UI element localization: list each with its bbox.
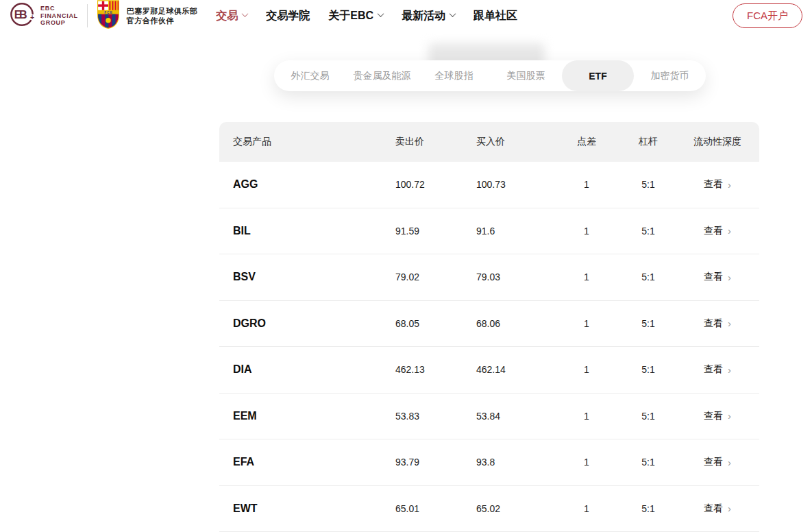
- leverage-value: 5:1: [621, 179, 676, 190]
- view-depth-link[interactable]: 查看›: [704, 271, 731, 283]
- product-symbol: EFA: [219, 456, 395, 468]
- view-depth-label: 查看: [704, 410, 723, 422]
- buy-price: 79.03: [476, 271, 552, 282]
- spread-value: 1: [552, 364, 621, 375]
- view-depth-link[interactable]: 查看›: [704, 503, 731, 515]
- leverage-value: 5:1: [621, 364, 676, 375]
- table-row: EFA93.7993.815:1查看›: [219, 439, 759, 486]
- buy-price: 65.02: [476, 503, 552, 514]
- partner-line2: 官方合作伙伴: [127, 16, 174, 25]
- ebc-logo-icon: EB +: [10, 1, 36, 30]
- nav-about-ebc-label: 关于EBC: [328, 9, 373, 23]
- svg-text:EB: EB: [14, 8, 27, 21]
- leverage-value: 5:1: [621, 503, 676, 514]
- sell-price: 91.59: [395, 226, 476, 237]
- leverage-value: 5:1: [621, 226, 676, 237]
- ebc-wordmark-line2: FINANCIAL: [40, 12, 78, 19]
- sell-price: 79.02: [395, 271, 476, 282]
- nav-academy-label: 交易学院: [266, 9, 310, 23]
- ebc-logo[interactable]: EB + EBC FINANCIAL GROUP: [10, 1, 78, 30]
- table-row: DIA462.13462.1415:1查看›: [219, 347, 759, 394]
- table-row: EEM53.8353.8415:1查看›: [219, 394, 759, 440]
- buy-price: 91.6: [476, 226, 552, 237]
- buy-price: 53.84: [476, 411, 552, 422]
- view-depth-link[interactable]: 查看›: [704, 410, 731, 422]
- liquidity-depth-cell: 查看›: [676, 410, 759, 422]
- nav-academy[interactable]: 交易学院: [266, 9, 310, 23]
- tab-global-indices[interactable]: 全球股指: [418, 60, 490, 91]
- nav-latest-events[interactable]: 最新活动: [402, 9, 455, 23]
- nav-about-ebc[interactable]: 关于EBC: [328, 9, 383, 23]
- product-symbol: AGG: [219, 178, 395, 191]
- tab-metals-energy[interactable]: 贵金属及能源: [346, 60, 418, 91]
- spread-value: 1: [552, 318, 621, 329]
- sell-price: 65.01: [395, 503, 476, 514]
- partner-text: 巴塞罗那足球俱乐部 官方合作伙伴: [127, 6, 198, 25]
- sell-price: 462.13: [395, 364, 476, 375]
- liquidity-depth-cell: 查看›: [676, 225, 759, 237]
- tab-forex[interactable]: 外汇交易: [274, 60, 346, 91]
- nav-latest-events-label: 最新活动: [402, 9, 445, 23]
- fcb-crest-icon: F C B: [97, 0, 120, 32]
- svg-text:F C B: F C B: [104, 11, 112, 14]
- view-depth-link[interactable]: 查看›: [704, 225, 731, 237]
- table-row: AGG100.72100.7315:1查看›: [219, 162, 759, 208]
- col-header-sell-price: 卖出价: [395, 136, 476, 148]
- leverage-value: 5:1: [621, 271, 676, 282]
- col-header-leverage: 杠杆: [621, 136, 676, 148]
- col-header-product: 交易产品: [219, 136, 395, 148]
- product-symbol: DGRO: [219, 317, 395, 330]
- liquidity-depth-cell: 查看›: [676, 317, 759, 330]
- nav-trading[interactable]: 交易: [216, 9, 247, 23]
- main-nav: 交易 交易学院 关于EBC 最新活动 跟单社区: [216, 9, 517, 23]
- tab-etf[interactable]: ETF: [562, 60, 634, 91]
- buy-price: 100.73: [476, 179, 552, 190]
- product-symbol: DIA: [219, 363, 395, 376]
- product-symbol: EEM: [219, 410, 395, 422]
- chevron-right-icon: ›: [728, 365, 731, 375]
- category-tabs-area: 外汇交易 贵金属及能源 全球股指 美国股票 ETF 加密货币: [274, 60, 706, 91]
- nav-trading-label: 交易: [216, 9, 238, 23]
- liquidity-depth-cell: 查看›: [676, 178, 759, 191]
- ebc-wordmark: EBC FINANCIAL GROUP: [40, 5, 78, 27]
- fca-open-account-button[interactable]: FCA开户: [733, 3, 802, 28]
- view-depth-link[interactable]: 查看›: [704, 178, 731, 191]
- liquidity-depth-cell: 查看›: [676, 456, 759, 468]
- col-header-spread: 点差: [552, 136, 621, 148]
- chevron-right-icon: ›: [728, 503, 731, 513]
- category-tabs: 外汇交易 贵金属及能源 全球股指 美国股票 ETF 加密货币: [274, 60, 706, 91]
- view-depth-label: 查看: [704, 503, 723, 515]
- table-row: DGRO68.0568.0615:1查看›: [219, 301, 759, 348]
- view-depth-link[interactable]: 查看›: [704, 363, 731, 376]
- view-depth-label: 查看: [704, 363, 723, 376]
- sell-price: 100.72: [395, 179, 476, 190]
- table-row: EWT65.0165.0215:1查看›: [219, 486, 759, 532]
- liquidity-depth-cell: 查看›: [676, 503, 759, 515]
- leverage-value: 5:1: [621, 318, 676, 329]
- etf-products-table: 交易产品 卖出价 买入价 点差 杠杆 流动性深度 AGG100.72100.73…: [219, 122, 759, 532]
- leverage-value: 5:1: [621, 457, 676, 468]
- chevron-right-icon: ›: [728, 272, 731, 282]
- buy-price: 68.06: [476, 318, 552, 329]
- col-header-liquidity-depth: 流动性深度: [676, 136, 759, 148]
- chevron-down-icon: [242, 10, 249, 17]
- svg-text:+: +: [30, 14, 34, 21]
- view-depth-link[interactable]: 查看›: [704, 317, 731, 330]
- chevron-right-icon: ›: [728, 457, 731, 468]
- brand-area: EB + EBC FINANCIAL GROUP: [10, 0, 197, 32]
- chevron-down-icon: [378, 10, 384, 17]
- spread-value: 1: [552, 411, 621, 422]
- nav-copy-trading[interactable]: 跟单社区: [473, 9, 517, 23]
- liquidity-depth-cell: 查看›: [676, 271, 759, 283]
- nav-copy-trading-label: 跟单社区: [473, 9, 517, 23]
- sell-price: 68.05: [395, 318, 476, 329]
- tab-us-stocks[interactable]: 美国股票: [490, 60, 562, 91]
- buy-price: 93.8: [476, 457, 552, 468]
- view-depth-link[interactable]: 查看›: [704, 456, 731, 468]
- spread-value: 1: [552, 271, 621, 282]
- tab-crypto[interactable]: 加密货币: [634, 60, 706, 91]
- barcelona-partner[interactable]: F C B 巴塞罗那足球俱乐部 官方合作伙伴: [97, 0, 198, 32]
- partner-line1: 巴塞罗那足球俱乐部: [127, 7, 198, 15]
- table-row: BSV79.0279.0315:1查看›: [219, 254, 759, 301]
- ebc-wordmark-line1: EBC: [40, 5, 55, 12]
